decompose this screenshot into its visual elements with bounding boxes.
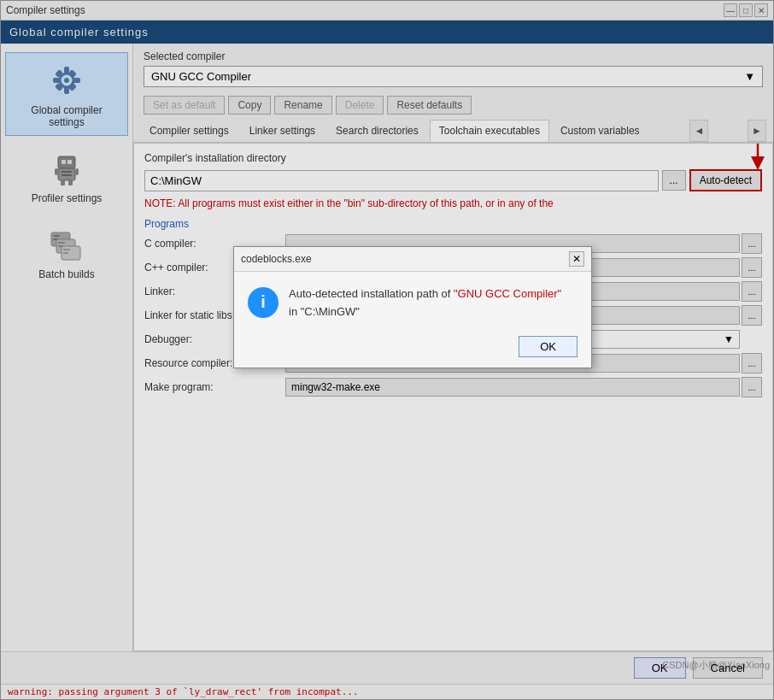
dialog-titlebar: codeblocks.exe ✕: [234, 247, 591, 272]
dialog-title: codeblocks.exe: [241, 253, 312, 265]
dialog-body: i Auto-detected installation path of "GN…: [234, 272, 591, 332]
dialog-info-icon: i: [248, 287, 279, 318]
dialog-footer: OK: [234, 331, 591, 368]
dialog: codeblocks.exe ✕ i Auto-detected install…: [233, 246, 592, 369]
dialog-overlay: codeblocks.exe ✕ i Auto-detected install…: [1, 1, 773, 699]
dialog-message: Auto-detected installation path of "GNU …: [289, 285, 561, 321]
dialog-ok-button[interactable]: OK: [519, 336, 578, 357]
dialog-close-button[interactable]: ✕: [569, 251, 584, 267]
